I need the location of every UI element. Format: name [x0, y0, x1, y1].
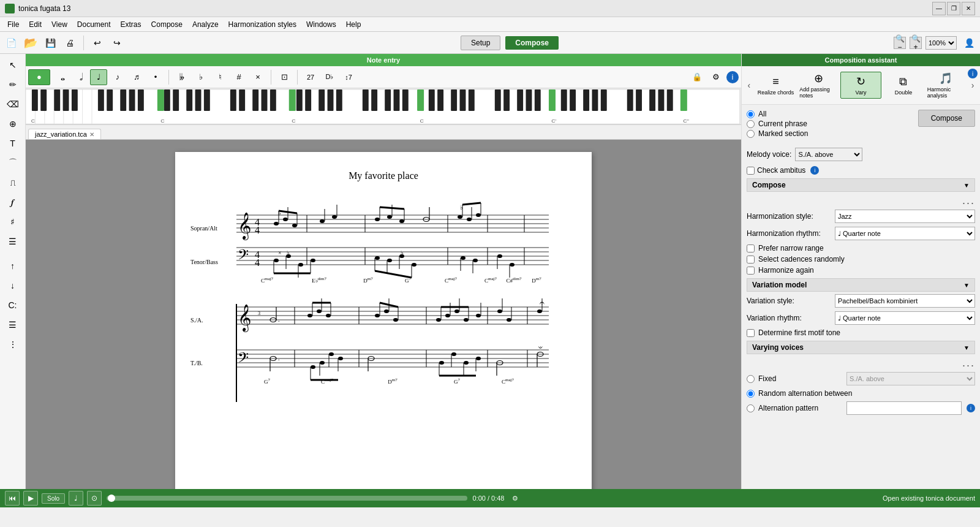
zoom-in-button[interactable]: 🔍+	[910, 37, 922, 49]
eraser-tool[interactable]: ⌫	[3, 96, 23, 113]
note-settings-btn[interactable]: ⚙	[707, 69, 725, 85]
double-tool[interactable]: ⧉ Double	[883, 72, 924, 99]
prev-button[interactable]: ⏮	[5, 491, 20, 506]
flat-btn[interactable]: ♭	[192, 69, 209, 85]
chord-input-btn[interactable]: ⊡	[276, 69, 293, 85]
menu-item-windows[interactable]: Windows	[301, 19, 341, 30]
note-info-btn[interactable]: i	[726, 71, 739, 83]
scope-all-item[interactable]: All	[747, 110, 808, 118]
harmonize-again-checkbox[interactable]	[747, 267, 755, 275]
loop-button[interactable]: ⊙	[87, 491, 102, 506]
figured-bass-btn[interactable]: ↕7	[340, 69, 357, 85]
ambitus-info-icon[interactable]: i	[810, 166, 819, 175]
undo-button[interactable]: ↩	[89, 34, 106, 51]
title-bar-controls[interactable]: — ❐ ✕	[932, 2, 975, 15]
progress-bar[interactable]	[107, 496, 467, 501]
harmonization-style-select[interactable]: Jazz Baroque Classic Romantic	[835, 210, 975, 223]
scope-marked-section-item[interactable]: Marked section	[747, 129, 808, 138]
quarter-note-btn[interactable]: ♩	[90, 69, 107, 85]
open-button[interactable]: 📂	[22, 34, 39, 51]
text-tool[interactable]: T	[3, 135, 23, 152]
list-tool[interactable]: ☰	[3, 316, 23, 333]
c-clef-tool[interactable]: C:	[3, 297, 23, 314]
random-alternation-radio[interactable]	[747, 390, 755, 398]
double-sharp-btn[interactable]: ×	[249, 69, 266, 85]
note-entry-toggle[interactable]: ●	[28, 69, 50, 85]
menu-item-analyze[interactable]: Analyze	[187, 19, 224, 30]
dynamics-tool[interactable]: 𝆑	[3, 194, 23, 211]
print-button[interactable]: 🖨	[61, 34, 78, 51]
compose-more-btn[interactable]: ...	[747, 194, 975, 207]
metronome-button[interactable]: ♩	[69, 491, 83, 506]
natural-btn[interactable]: ♮	[211, 69, 228, 85]
piano-keyboard[interactable]: C C C C C' C''	[26, 88, 741, 125]
menu-item-compose[interactable]: Compose	[146, 19, 187, 30]
progress-dot[interactable]	[108, 495, 115, 502]
extra-tool[interactable]: ⋮	[3, 336, 23, 353]
comp-nav-prev[interactable]: ‹	[744, 73, 754, 97]
menu-item-extras[interactable]: Extras	[116, 19, 146, 30]
scope-current-phrase-item[interactable]: Current phrase	[747, 119, 808, 128]
check-ambitus-checkbox[interactable]	[747, 167, 755, 175]
chord-symbol-btn[interactable]: D♭	[321, 69, 338, 85]
minimize-button[interactable]: —	[932, 2, 946, 15]
select-cadences-checkbox[interactable]	[747, 256, 755, 264]
insert-tool[interactable]: ⊕	[3, 115, 23, 132]
varying-voices-more-btn[interactable]: ...	[747, 357, 975, 370]
compose-tab[interactable]: Compose	[505, 36, 559, 50]
menu-item-help[interactable]: Help	[341, 19, 366, 30]
tab-close-icon[interactable]: ✕	[89, 131, 94, 138]
prefer-narrow-range-checkbox[interactable]	[747, 245, 755, 252]
layout-tool[interactable]: ☰	[3, 233, 23, 250]
compose-button[interactable]: Compose	[918, 110, 975, 127]
add-passing-notes-tool[interactable]: ⊕ Add passing notes	[797, 69, 839, 102]
solo-button[interactable]: Solo	[42, 493, 65, 504]
harmonic-analysis-tool[interactable]: 🎵 Harmonic analysis	[925, 69, 967, 102]
user-button[interactable]: 👤	[960, 34, 978, 51]
comp-info-icon[interactable]: i	[968, 69, 978, 78]
down-arrow-tool[interactable]: ↓	[3, 277, 23, 294]
menu-item-file[interactable]: File	[2, 19, 24, 30]
alternation-info-icon[interactable]: i	[967, 404, 975, 412]
new-button[interactable]: 📄	[2, 34, 20, 51]
realize-chords-tool[interactable]: ≡ Realize chords	[755, 72, 796, 99]
restore-button[interactable]: ❐	[947, 2, 960, 15]
alternation-pattern-radio[interactable]	[747, 404, 755, 412]
variation-model-section-header[interactable]: Variation model ▼	[747, 278, 975, 292]
pencil-tool[interactable]: ✏	[3, 76, 23, 93]
melody-voice-select[interactable]: S./A. above S./A. below T./B. above T./B…	[795, 148, 862, 161]
play-button[interactable]: ▶	[23, 491, 38, 506]
up-arrow-tool[interactable]: ↑	[3, 257, 23, 275]
setup-tab[interactable]: Setup	[461, 36, 500, 50]
scope-all-radio[interactable]	[747, 110, 755, 118]
score-area[interactable]: My favorite place Sopran/Alt 𝄞 4	[26, 140, 741, 489]
variation-rhythm-select[interactable]: ♩ Quarter note ♩ Half note ♩ Eighth note	[835, 311, 975, 325]
zoom-out-button[interactable]: 🔍−	[894, 37, 906, 49]
sharp-btn[interactable]: #	[230, 69, 247, 85]
slur-tool[interactable]: ⌒	[3, 154, 23, 172]
note-options-btn[interactable]: 🔒	[688, 69, 706, 85]
beam-tool[interactable]: ⎍	[3, 174, 23, 191]
save-button[interactable]: 💾	[42, 34, 59, 51]
half-note-btn[interactable]: 𝅗𝅥	[71, 69, 88, 85]
scope-marked-section-radio[interactable]	[747, 130, 755, 138]
variation-style-select[interactable]: Pachelbel/Bach kombiniert Pachelbel Bach…	[835, 294, 975, 308]
compose-section-header[interactable]: Compose ▼	[747, 178, 975, 192]
alternation-pattern-input[interactable]	[846, 401, 962, 415]
fixed-radio[interactable]	[747, 375, 755, 383]
select-tool[interactable]: ↖	[3, 56, 23, 74]
eighth-note-btn[interactable]: ♪	[109, 69, 126, 85]
menu-item-document[interactable]: Document	[72, 19, 116, 30]
whole-note-btn[interactable]: 𝅝	[52, 69, 69, 85]
harmonization-rhythm-select[interactable]: ♩ Quarter note ♩ Half note ♩ Whole note	[835, 227, 975, 240]
redo-button[interactable]: ↪	[108, 34, 126, 51]
interval-btn[interactable]: 27	[302, 69, 319, 85]
scope-current-phrase-radio[interactable]	[747, 120, 755, 128]
varying-voices-section-header[interactable]: Varying voices ▼	[747, 341, 975, 354]
determine-first-motif-checkbox[interactable]	[747, 329, 755, 337]
symbols-tool[interactable]: ♯	[3, 213, 23, 230]
menu-item-harmonization-styles[interactable]: Harmonization styles	[224, 19, 301, 30]
double-flat-btn[interactable]: 𝄫	[173, 69, 190, 85]
zoom-select[interactable]: 100% 75% 125% 150%	[925, 36, 957, 50]
vary-tool[interactable]: ↻ Vary	[840, 72, 881, 99]
